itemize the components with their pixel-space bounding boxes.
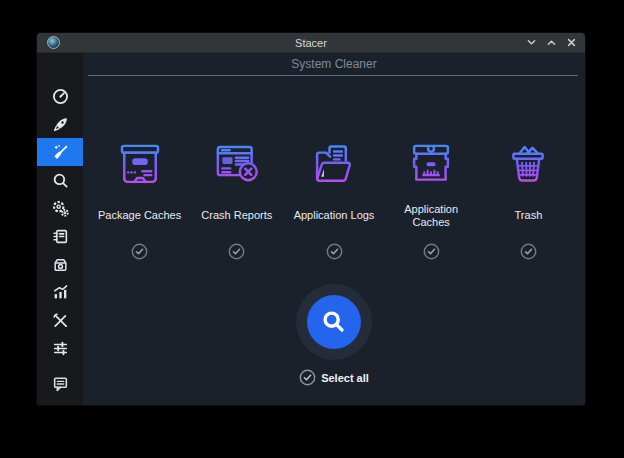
- item-label: Trash: [515, 202, 543, 230]
- chart-icon: [52, 284, 69, 301]
- check-circle-icon: [299, 369, 316, 386]
- sidebar-item-resources[interactable]: [37, 278, 83, 306]
- window-body: System Cleaner Package Caches: [37, 53, 585, 405]
- cleaner-items: Package Caches: [83, 138, 585, 260]
- stacer-logo-icon: [47, 36, 60, 49]
- sidebar-item-processes[interactable]: [37, 222, 83, 250]
- package-caches-icon: [113, 138, 167, 192]
- sidebar-item-startup-apps[interactable]: [37, 110, 83, 138]
- cleaner-item-application-logs: Application Logs: [285, 138, 382, 260]
- check-circle-icon: [228, 243, 245, 260]
- item-label: Crash Reports: [201, 202, 272, 230]
- item-label: Application Logs: [294, 202, 375, 230]
- check-circle-icon: [326, 243, 343, 260]
- sidebar-item-services[interactable]: [37, 194, 83, 222]
- tools-icon: [52, 312, 69, 329]
- close-button[interactable]: [566, 38, 576, 48]
- gears-icon: [52, 200, 69, 217]
- search-icon: [52, 172, 69, 189]
- search-icon: [319, 307, 349, 337]
- close-icon: [567, 38, 576, 47]
- stacer-window: Stacer: [37, 33, 585, 405]
- chevron-up-icon: [547, 38, 556, 47]
- window-title: Stacer: [37, 37, 585, 49]
- chat-icon: [52, 375, 69, 392]
- application-caches-icon: [404, 138, 458, 192]
- check-circle-icon: [131, 243, 148, 260]
- sidebar: [37, 53, 83, 405]
- item-label: Package Caches: [98, 202, 181, 230]
- cleaner-item-package-caches: Package Caches: [91, 138, 188, 260]
- cleaner-item-trash: Trash: [480, 138, 577, 260]
- sliders-icon: [52, 340, 69, 357]
- check-circle-icon: [423, 243, 440, 260]
- rocket-icon: [52, 116, 69, 133]
- cleaner-item-application-caches: Application Caches: [383, 138, 480, 260]
- broom-icon: [52, 144, 69, 161]
- sidebar-item-settings[interactable]: [37, 334, 83, 362]
- book-icon: [52, 228, 69, 245]
- sidebar-item-uninstaller[interactable]: [37, 250, 83, 278]
- sidebar-item-system-cleaner[interactable]: [37, 138, 83, 166]
- minimize-button[interactable]: [526, 38, 536, 48]
- application-logs-checkbox[interactable]: [326, 243, 343, 260]
- cleaner-item-crash-reports: Crash Reports: [188, 138, 285, 260]
- maximize-button[interactable]: [546, 38, 556, 48]
- desktop: Stacer: [0, 0, 624, 458]
- crash-reports-icon: [210, 138, 264, 192]
- gauge-icon: [52, 88, 69, 105]
- trash-icon: [501, 138, 555, 192]
- crash-reports-checkbox[interactable]: [228, 243, 245, 260]
- system-cleaner-page: System Cleaner Package Caches: [83, 53, 585, 405]
- package-icon: [52, 256, 69, 273]
- package-caches-checkbox[interactable]: [131, 243, 148, 260]
- chevron-down-icon: [527, 38, 536, 47]
- sidebar-item-helpers[interactable]: [37, 306, 83, 334]
- select-all-label: Select all: [321, 372, 369, 384]
- item-label: Application Caches: [388, 202, 474, 230]
- application-caches-checkbox[interactable]: [423, 243, 440, 260]
- window-controls: [526, 38, 576, 48]
- scan-button[interactable]: [307, 295, 361, 349]
- sidebar-item-search[interactable]: [37, 166, 83, 194]
- sidebar-item-feedback[interactable]: [37, 369, 83, 397]
- sidebar-item-dashboard[interactable]: [37, 82, 83, 110]
- select-all-checkbox[interactable]: [299, 369, 316, 386]
- header-divider: [88, 75, 578, 76]
- application-logs-icon: [307, 138, 361, 192]
- select-all-toggle[interactable]: Select all: [83, 369, 585, 386]
- page-title: System Cleaner: [83, 57, 585, 72]
- titlebar: Stacer: [37, 33, 585, 53]
- scan-button-halo: [296, 284, 372, 360]
- check-circle-icon: [520, 243, 537, 260]
- scan-area: [83, 284, 585, 360]
- trash-checkbox[interactable]: [520, 243, 537, 260]
